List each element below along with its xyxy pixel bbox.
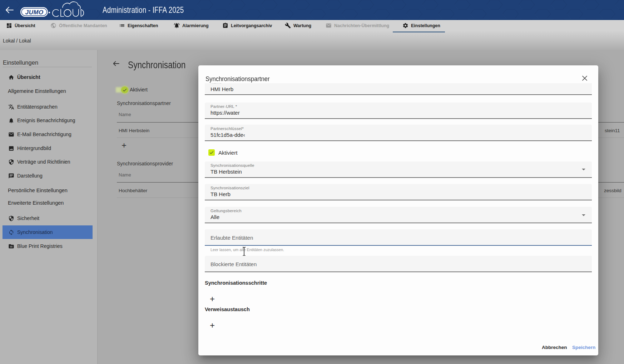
- svg-text:JUMO: JUMO: [25, 9, 44, 16]
